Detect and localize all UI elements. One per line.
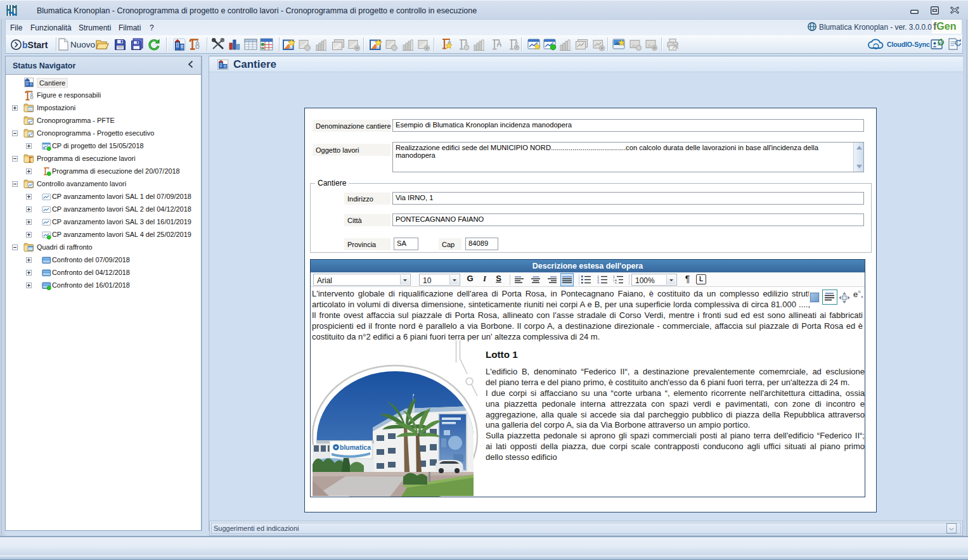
- svg-text:b: b: [615, 281, 617, 284]
- svg-text:blumatica: blumatica: [340, 443, 371, 451]
- svg-text:3: 3: [597, 281, 599, 284]
